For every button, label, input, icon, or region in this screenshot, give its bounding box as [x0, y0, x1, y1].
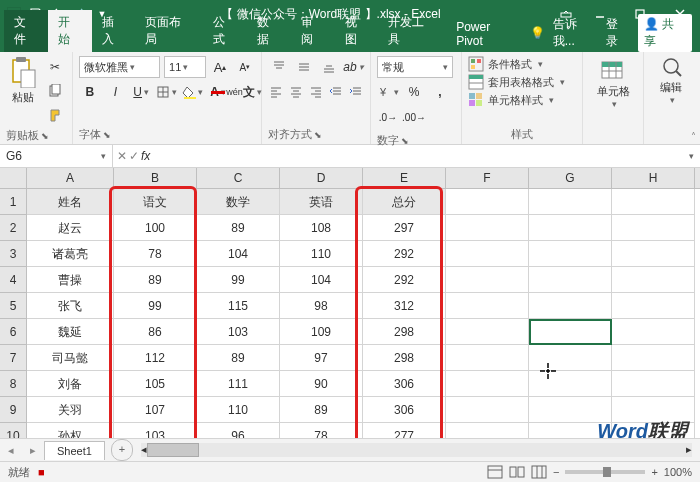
add-sheet-button[interactable]: + — [111, 439, 133, 461]
cell[interactable] — [529, 371, 612, 397]
cell[interactable] — [612, 371, 695, 397]
cell-styles-button[interactable]: 单元格样式▾ — [468, 92, 576, 108]
cell[interactable] — [446, 371, 529, 397]
sheet-tab[interactable]: Sheet1 — [44, 441, 105, 460]
view-layout-icon[interactable] — [509, 465, 525, 479]
zoom-out-button[interactable]: − — [553, 466, 559, 478]
cell[interactable]: 89 — [197, 215, 280, 241]
orientation-icon[interactable]: ab▾ — [343, 56, 364, 78]
copy-icon[interactable] — [44, 80, 66, 102]
cell[interactable] — [446, 189, 529, 215]
italic-icon[interactable]: I — [105, 81, 127, 103]
cell[interactable] — [529, 189, 612, 215]
view-pagebreak-icon[interactable] — [531, 465, 547, 479]
font-size-combo[interactable]: 11▾ — [164, 56, 206, 78]
cell[interactable] — [529, 267, 612, 293]
cell[interactable] — [612, 345, 695, 371]
cell[interactable]: 110 — [280, 241, 363, 267]
expand-formula-icon[interactable]: ▾ — [689, 151, 700, 161]
paste-button[interactable]: 粘贴 — [6, 56, 40, 105]
cell[interactable] — [612, 241, 695, 267]
zoom-level[interactable]: 100% — [664, 466, 692, 478]
cell[interactable]: 107 — [114, 397, 197, 423]
cell[interactable]: 292 — [363, 241, 446, 267]
collapse-ribbon-icon[interactable]: ˄ — [691, 131, 696, 142]
cell[interactable]: 115 — [197, 293, 280, 319]
row-header[interactable]: 1 — [0, 189, 27, 215]
horizontal-scrollbar[interactable]: ◂▸ — [141, 443, 692, 457]
row-header[interactable]: 5 — [0, 293, 27, 319]
col-header[interactable]: F — [446, 168, 529, 188]
signin-link[interactable]: 登录 — [606, 16, 630, 50]
bold-icon[interactable]: B — [79, 81, 101, 103]
cell[interactable]: 诸葛亮 — [27, 241, 114, 267]
cell[interactable]: 104 — [280, 267, 363, 293]
cells-button-label[interactable]: 单元格 — [597, 84, 630, 99]
cell[interactable]: 孙权 — [27, 423, 114, 438]
cell[interactable]: 109 — [280, 319, 363, 345]
cell[interactable]: 103 — [197, 319, 280, 345]
cell[interactable] — [612, 267, 695, 293]
cell[interactable] — [529, 345, 612, 371]
view-normal-icon[interactable] — [487, 465, 503, 479]
row-header[interactable]: 6 — [0, 319, 27, 345]
align-bottom-icon[interactable] — [318, 56, 339, 78]
sheet-nav-next-icon[interactable]: ▸ — [22, 444, 44, 457]
tab-layout[interactable]: 页面布局 — [135, 10, 203, 52]
format-painter-icon[interactable] — [44, 104, 66, 126]
row-header[interactable]: 7 — [0, 345, 27, 371]
shrink-font-icon[interactable]: A▾ — [234, 56, 255, 78]
cell[interactable] — [446, 241, 529, 267]
cell[interactable] — [612, 215, 695, 241]
cancel-formula-icon[interactable]: ✕ — [117, 149, 127, 163]
cell[interactable]: 298 — [363, 319, 446, 345]
cell[interactable] — [446, 345, 529, 371]
fx-icon[interactable]: fx — [141, 149, 150, 163]
cell[interactable]: 关羽 — [27, 397, 114, 423]
align-right-icon[interactable] — [308, 81, 324, 103]
cell[interactable]: 112 — [114, 345, 197, 371]
cell[interactable]: 292 — [363, 267, 446, 293]
cell[interactable]: 张飞 — [27, 293, 114, 319]
row-header[interactable]: 10 — [0, 423, 27, 438]
tab-home[interactable]: 开始 — [48, 10, 92, 52]
font-name-combo[interactable]: 微软雅黑▾ — [79, 56, 160, 78]
cell[interactable]: 97 — [280, 345, 363, 371]
border-icon[interactable]: ▾ — [156, 81, 178, 103]
cell[interactable]: 277 — [363, 423, 446, 438]
accounting-format-icon[interactable]: ¥▾ — [377, 81, 399, 103]
cell[interactable]: 98 — [280, 293, 363, 319]
cell[interactable]: 110 — [197, 397, 280, 423]
cell[interactable] — [529, 319, 612, 345]
zoom-slider[interactable] — [565, 470, 645, 474]
cell[interactable] — [446, 293, 529, 319]
tab-review[interactable]: 审阅 — [291, 10, 335, 52]
cell[interactable]: 89 — [114, 267, 197, 293]
cell[interactable]: 魏延 — [27, 319, 114, 345]
cell[interactable]: 297 — [363, 215, 446, 241]
share-button[interactable]: 👤 共享 — [638, 14, 692, 52]
cell[interactable] — [446, 215, 529, 241]
format-table-button[interactable]: 套用表格格式▾ — [468, 74, 576, 90]
cell[interactable] — [446, 267, 529, 293]
decrease-decimal-icon[interactable]: .00→ — [403, 106, 425, 128]
cell[interactable]: 306 — [363, 397, 446, 423]
cell[interactable]: 数学 — [197, 189, 280, 215]
cell[interactable]: 111 — [197, 371, 280, 397]
cell[interactable]: 78 — [280, 423, 363, 438]
tab-insert[interactable]: 插入 — [92, 10, 136, 52]
cell[interactable]: 总分 — [363, 189, 446, 215]
row-header[interactable]: 3 — [0, 241, 27, 267]
cell[interactable] — [529, 241, 612, 267]
sheet-nav-prev-icon[interactable]: ◂ — [0, 444, 22, 457]
cell[interactable] — [612, 189, 695, 215]
cell[interactable]: 96 — [197, 423, 280, 438]
cell[interactable] — [446, 423, 529, 438]
col-header[interactable]: E — [363, 168, 446, 188]
increase-decimal-icon[interactable]: .0→ — [377, 106, 399, 128]
tab-pivot[interactable]: Power Pivot — [446, 16, 530, 52]
align-center-icon[interactable] — [288, 81, 304, 103]
cell[interactable] — [446, 397, 529, 423]
col-header[interactable]: B — [114, 168, 197, 188]
tab-formula[interactable]: 公式 — [203, 10, 247, 52]
